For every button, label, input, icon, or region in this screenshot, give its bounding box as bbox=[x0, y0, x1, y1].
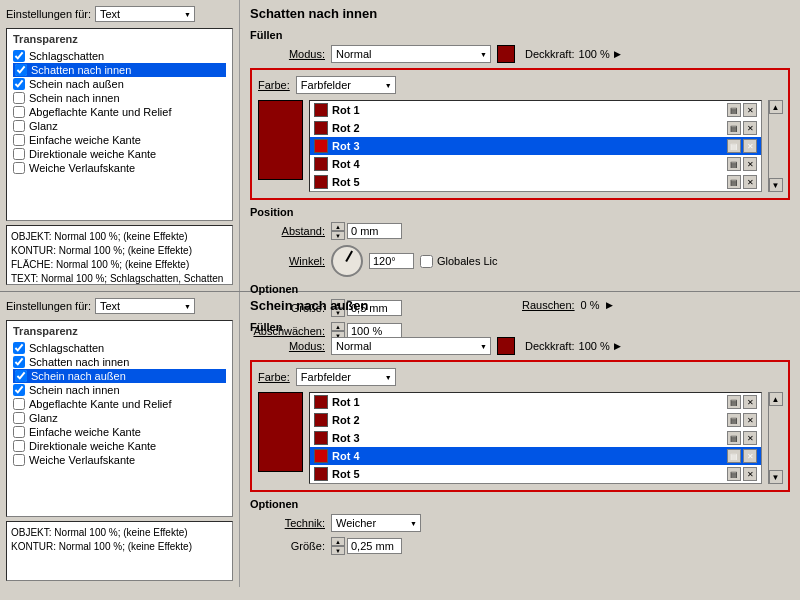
top-modus-select[interactable]: Normal bbox=[331, 45, 491, 63]
top-color-icon-a-1[interactable]: ▤ bbox=[727, 121, 741, 135]
bottom-checkbox-2[interactable] bbox=[15, 370, 27, 382]
top-abstand-up[interactable]: ▲ bbox=[331, 222, 345, 231]
top-checkbox-5[interactable] bbox=[13, 120, 25, 132]
bottom-effect-0[interactable]: Schlagschatten bbox=[13, 341, 226, 355]
top-color-item-3[interactable]: Rot 4 ▤ ✕ bbox=[310, 155, 761, 173]
bottom-checkbox-6[interactable] bbox=[13, 426, 25, 438]
bottom-deckkraft-arrow[interactable]: ▶ bbox=[614, 341, 621, 351]
top-checkbox-7[interactable] bbox=[13, 148, 25, 160]
top-effect-1[interactable]: Schatten nach innen bbox=[13, 63, 226, 77]
bottom-checkbox-4[interactable] bbox=[13, 398, 25, 410]
top-color-icon-b-2[interactable]: ✕ bbox=[743, 139, 757, 153]
top-color-item-2[interactable]: Rot 3 ▤ ✕ bbox=[310, 137, 761, 155]
bottom-color-icon-a-0[interactable]: ▤ bbox=[727, 395, 741, 409]
bottom-effect-7[interactable]: Direktionale weiche Kante bbox=[13, 439, 226, 453]
top-checkbox-2[interactable] bbox=[13, 78, 25, 90]
bottom-effect-8[interactable]: Weiche Verlaufskante bbox=[13, 453, 226, 467]
bottom-big-swatch[interactable] bbox=[258, 392, 303, 472]
bottom-technik-select[interactable]: Weicher bbox=[331, 514, 421, 532]
top-color-item-4[interactable]: Rot 5 ▤ ✕ bbox=[310, 173, 761, 191]
bottom-checkbox-3[interactable] bbox=[13, 384, 25, 396]
top-summary-line-3: TEXT: Normal 100 %; Schlagschatten, Scha… bbox=[11, 272, 228, 285]
bottom-effect-label-5: Glanz bbox=[29, 412, 58, 424]
bottom-farbe-select[interactable]: Farbfelder bbox=[296, 368, 396, 386]
top-color-icon-b-4[interactable]: ✕ bbox=[743, 175, 757, 189]
top-color-item-0[interactable]: Rot 1 ▤ ✕ bbox=[310, 101, 761, 119]
bottom-color-icon-b-4[interactable]: ✕ bbox=[743, 467, 757, 481]
top-big-swatch[interactable] bbox=[258, 100, 303, 180]
bottom-effect-3[interactable]: Schein nach innen bbox=[13, 383, 226, 397]
top-color-icon-a-0[interactable]: ▤ bbox=[727, 103, 741, 117]
bottom-color-item-0[interactable]: Rot 1 ▤ ✕ bbox=[310, 393, 761, 411]
bottom-color-item-4[interactable]: Rot 5 ▤ ✕ bbox=[310, 465, 761, 483]
bottom-color-icon-b-0[interactable]: ✕ bbox=[743, 395, 757, 409]
top-checkbox-4[interactable] bbox=[13, 106, 25, 118]
bottom-color-item-3[interactable]: Rot 4 ▤ ✕ bbox=[310, 447, 761, 465]
bottom-modus-swatch[interactable] bbox=[497, 337, 515, 355]
top-scroll-up[interactable]: ▲ bbox=[769, 100, 783, 114]
top-checkbox-8[interactable] bbox=[13, 162, 25, 174]
top-angle-dial[interactable] bbox=[331, 245, 363, 277]
top-effect-6[interactable]: Einfache weiche Kante bbox=[13, 133, 226, 147]
top-color-icon-a-2[interactable]: ▤ bbox=[727, 139, 741, 153]
top-color-icon-b-0[interactable]: ✕ bbox=[743, 103, 757, 117]
bottom-color-icon-b-2[interactable]: ✕ bbox=[743, 431, 757, 445]
top-abstand-field[interactable] bbox=[347, 223, 402, 239]
top-deckkraft-arrow[interactable]: ▶ bbox=[614, 49, 621, 59]
bottom-einstellungen-select[interactable]: Text bbox=[95, 298, 195, 314]
top-checkbox-3[interactable] bbox=[13, 92, 25, 104]
bottom-color-icon-a-2[interactable]: ▤ bbox=[727, 431, 741, 445]
top-color-name-4: Rot 5 bbox=[332, 176, 723, 188]
top-color-item-1[interactable]: Rot 2 ▤ ✕ bbox=[310, 119, 761, 137]
top-einstellungen-row: Einstellungen für: Text bbox=[6, 6, 233, 22]
bottom-color-icon-b-3[interactable]: ✕ bbox=[743, 449, 757, 463]
bottom-scroll-up[interactable]: ▲ bbox=[769, 392, 783, 406]
bottom-effect-6[interactable]: Einfache weiche Kante bbox=[13, 425, 226, 439]
bottom-color-name-1: Rot 2 bbox=[332, 414, 723, 426]
bottom-checkbox-1[interactable] bbox=[13, 356, 25, 368]
bottom-modus-select[interactable]: Normal bbox=[331, 337, 491, 355]
top-color-icon-a-4[interactable]: ▤ bbox=[727, 175, 741, 189]
bottom-checkbox-0[interactable] bbox=[13, 342, 25, 354]
bottom-color-icon-a-1[interactable]: ▤ bbox=[727, 413, 741, 427]
top-globales-licht-checkbox[interactable] bbox=[420, 255, 433, 268]
top-effect-0[interactable]: Schlagschatten bbox=[13, 49, 226, 63]
top-checkbox-0[interactable] bbox=[13, 50, 25, 62]
bottom-grosse-up[interactable]: ▲ bbox=[331, 537, 345, 546]
top-color-icon-b-3[interactable]: ✕ bbox=[743, 157, 757, 171]
top-winkel-field[interactable] bbox=[369, 253, 414, 269]
top-modus-swatch[interactable] bbox=[497, 45, 515, 63]
top-effect-4[interactable]: Abgeflachte Kante und Relief bbox=[13, 105, 226, 119]
top-color-icons-4: ▤ ✕ bbox=[727, 175, 757, 189]
bottom-checkbox-7[interactable] bbox=[13, 440, 25, 452]
bottom-checkbox-5[interactable] bbox=[13, 412, 25, 424]
bottom-color-icon-a-3[interactable]: ▤ bbox=[727, 449, 741, 463]
bottom-effect-2[interactable]: Schein nach außen bbox=[13, 369, 226, 383]
top-einstellungen-select[interactable]: Text bbox=[95, 6, 195, 22]
bottom-color-item-2[interactable]: Rot 3 ▤ ✕ bbox=[310, 429, 761, 447]
bottom-color-icon-b-1[interactable]: ✕ bbox=[743, 413, 757, 427]
top-scroll-down[interactable]: ▼ bbox=[769, 178, 783, 192]
top-color-swatch-3 bbox=[314, 157, 328, 171]
top-color-icon-a-3[interactable]: ▤ bbox=[727, 157, 741, 171]
top-color-icon-b-1[interactable]: ✕ bbox=[743, 121, 757, 135]
bottom-effect-1[interactable]: Schatten nach innen bbox=[13, 355, 226, 369]
top-effect-5[interactable]: Glanz bbox=[13, 119, 226, 133]
bottom-grosse-down[interactable]: ▼ bbox=[331, 546, 345, 555]
top-effect-7[interactable]: Direktionale weiche Kante bbox=[13, 147, 226, 161]
bottom-grosse-field[interactable] bbox=[347, 538, 402, 554]
top-checkbox-1[interactable] bbox=[15, 64, 27, 76]
bottom-scroll-down[interactable]: ▼ bbox=[769, 470, 783, 484]
bottom-effect-4[interactable]: Abgeflachte Kante und Relief bbox=[13, 397, 226, 411]
top-abstand-down[interactable]: ▼ bbox=[331, 231, 345, 240]
top-effect-8[interactable]: Weiche Verlaufskante bbox=[13, 161, 226, 175]
bottom-color-swatch-1 bbox=[314, 413, 328, 427]
top-checkbox-6[interactable] bbox=[13, 134, 25, 146]
bottom-checkbox-8[interactable] bbox=[13, 454, 25, 466]
top-effect-3[interactable]: Schein nach innen bbox=[13, 91, 226, 105]
bottom-effect-5[interactable]: Glanz bbox=[13, 411, 226, 425]
bottom-color-icon-a-4[interactable]: ▤ bbox=[727, 467, 741, 481]
bottom-color-item-1[interactable]: Rot 2 ▤ ✕ bbox=[310, 411, 761, 429]
top-effect-2[interactable]: Schein nach außen bbox=[13, 77, 226, 91]
top-farbe-select[interactable]: Farbfelder bbox=[296, 76, 396, 94]
